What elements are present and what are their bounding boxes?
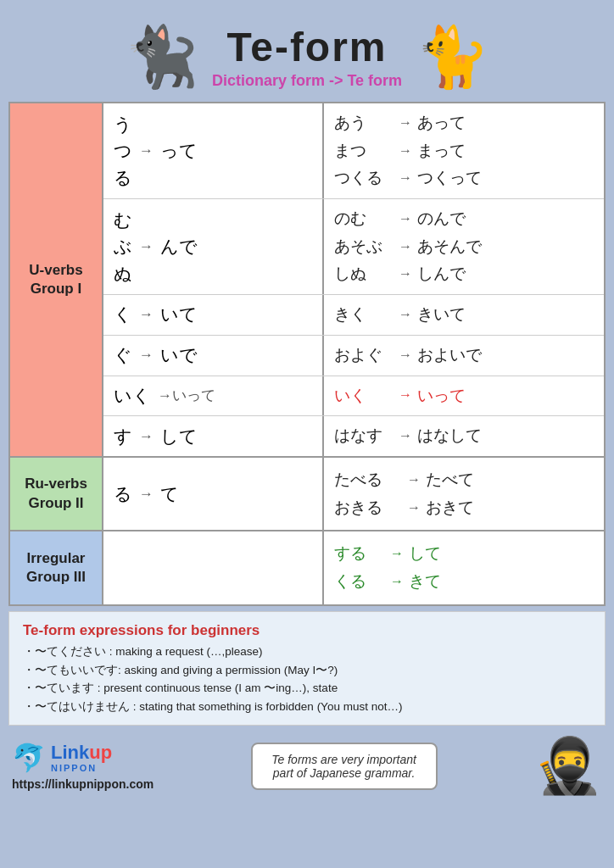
footer: 🐬 Linkup NIPPON https://linkupnippon.com… [8,734,606,798]
ru-verbs-label: Ru-verbs Group II [10,458,103,530]
result-ite: いて [160,303,198,326]
ru-examples: たべる → たべて おきる → おきて [324,458,604,530]
u-verbs-content: う つ → って る あう → あって [103,103,604,456]
irregular-examples: する → して くる → きて [324,531,604,604]
main-table: U-verbs Group I う つ → って る [8,102,606,606]
bottom-item-1: ・〜てください : making a request (…,please) [23,644,591,660]
arrow-icon: → [139,140,154,162]
irregular-label: Irregular Group III [10,531,103,604]
example-oyogu: およぐ → およいで [334,342,594,370]
result-tte: って [160,137,198,164]
kana-bu: ぶ [114,233,132,260]
example-okiru: おきる → おきて [334,494,594,522]
footer-url: https://linkupnippon.com [12,777,154,791]
example-asobu: あそぶ → あそんで [334,233,594,261]
kana-ru-verb: る [114,482,132,506]
kana-ru: る [114,164,198,192]
bottom-item-3: ・〜ています : present continuous tense (I am … [23,681,591,697]
u-verbs-section: U-verbs Group I う つ → って る [10,103,604,458]
page-title: Te-form [226,24,387,70]
bottom-item-4: ・〜てはいけません : stating that something is fo… [23,699,591,715]
example-kuru: くる → きて [334,568,594,596]
u-row-6: す → して はなす → はなして [103,416,604,456]
kana-mu: む [114,207,198,234]
kana-gu: ぐ [114,343,132,367]
kana-nu: ぬ [114,260,198,287]
bottom-title: Te-form expressions for beginners [23,622,591,639]
result-ide: いで [160,343,198,367]
example-hanasu: はなす → はなして [334,422,594,450]
example-au: あう → あって [334,109,594,137]
kana-ku: く [114,303,132,326]
ninja-icon: 🥷 [534,734,602,798]
u-row-5: いく →いって いく → いって [103,376,604,417]
result-nde: んで [160,233,198,260]
example-shinu: しぬ → しんで [334,260,594,288]
kana-u: う [114,111,198,138]
logo-icon: 🐬 [12,742,46,774]
example-taberu: たべる → たべて [334,466,594,494]
result-shite: して [160,425,198,448]
cat-left-icon: 🐈‍⬛ [125,22,198,92]
footer-left: 🐬 Linkup NIPPON https://linkupnippon.com [12,742,154,791]
u-row-2: む ぶ → んで ぬ のむ → のんで [103,199,604,295]
logo-text: Linkup [51,743,112,763]
example-iku: いく → いって [334,382,594,410]
u-verbs-label: U-verbs Group I [10,103,103,456]
bottom-section: Te-form expressions for beginners ・〜てくださ… [8,611,606,726]
example-matsu: まつ → まって [334,137,594,165]
footer-note: Te forms are very important part of Japa… [251,743,438,790]
result-te: て [160,482,179,506]
logo-nippon: NIPPON [51,763,112,773]
example-suru: する → して [334,540,594,568]
header-subtitle: Dictionary form -> Te form [212,72,402,90]
kana-iku: いく [114,384,151,408]
irregular-section: Irregular Group III する → して くる → きて [10,531,604,604]
example-nomu: のむ → のんで [334,205,594,233]
u-row-1: う つ → って る あう → あって [103,103,604,199]
ru-verbs-section: Ru-verbs Group II る → て たべる → たべて おきる → [10,458,604,531]
u-row-3: く → いて きく → きいて [103,295,604,336]
bottom-item-2: ・〜てもいいです: asking and giving a permission… [23,663,591,679]
example-tsukuru: つくる → つくって [334,164,594,192]
u-row-4: ぐ → いで およぐ → およいで [103,336,604,376]
example-kiku: きく → きいて [334,301,594,329]
header: 🐈‍⬛ Te-form Dictionary form -> Te form 🐈 [8,8,606,95]
irregular-rule-empty [103,531,324,604]
cat-right-icon: 🐈 [416,22,489,92]
kana-su: す [114,425,132,448]
kana-tsu: つ [114,137,132,164]
ru-rule: る → て [103,458,324,530]
